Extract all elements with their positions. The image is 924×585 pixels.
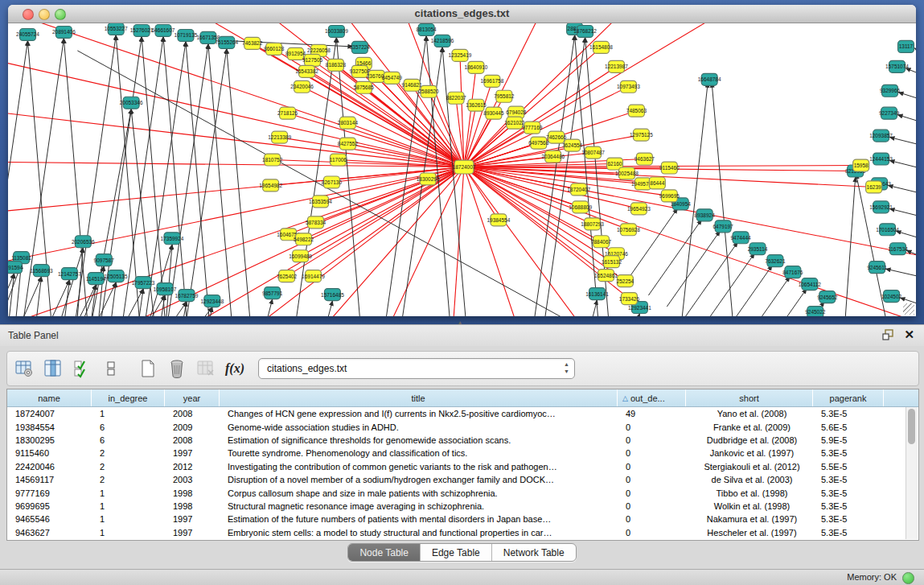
graph-node-label: 10756928 bbox=[617, 227, 640, 233]
graph-node-label: 7632621 bbox=[765, 258, 786, 264]
column-header-name[interactable]: name bbox=[7, 389, 92, 406]
table-row[interactable]: 911546021997Tourette syndrome. Phenomeno… bbox=[7, 447, 918, 459]
memory-ok-icon bbox=[902, 572, 914, 584]
graph-node-label: 9329966 bbox=[880, 88, 901, 93]
graph-node-label: 12142757 bbox=[58, 271, 81, 277]
tab-node-table[interactable]: Node Table bbox=[348, 544, 421, 561]
graph-node-label: 62160 bbox=[607, 161, 622, 167]
row-height-icon[interactable] bbox=[99, 356, 123, 381]
column-header-out_de[interactable]: △out_de... bbox=[618, 389, 686, 406]
graph-node-label: 9474444 bbox=[730, 235, 751, 241]
table-row[interactable]: 946362711997Embryonic stem cells: a mode… bbox=[7, 526, 918, 539]
table-selector-dropdown[interactable]: citations_edges.txt ▲▼ bbox=[258, 358, 575, 379]
table-toolbar: f(x) citations_edges.txt ▲▼ bbox=[6, 351, 919, 386]
graph-node-label: 10025488 bbox=[615, 171, 639, 176]
column-header-pagerank[interactable]: pagerank bbox=[813, 389, 884, 406]
graph-node-label: 12213389 bbox=[268, 134, 291, 140]
graph-node-label: 8660128 bbox=[264, 46, 285, 51]
graph-node-label: 8912954 bbox=[285, 51, 306, 56]
float-panel-icon[interactable] bbox=[882, 329, 894, 340]
tab-edge-table[interactable]: Edge Table bbox=[421, 544, 492, 561]
graph-node-label: 15276021 bbox=[130, 27, 154, 33]
show-column-icon[interactable] bbox=[41, 356, 65, 381]
table-cell: 2 bbox=[92, 475, 165, 484]
table-cell: 1997 bbox=[165, 448, 220, 458]
table-row[interactable]: 1938455462009Genome-wide association stu… bbox=[7, 420, 918, 433]
graph-node-label: 16099489 bbox=[289, 253, 312, 259]
graph-node-label: 7625402 bbox=[277, 274, 298, 279]
table-row[interactable]: 1456911722003Disruption of a novel membe… bbox=[7, 473, 918, 486]
table-cell: 0 bbox=[618, 488, 686, 498]
tab-network-table[interactable]: Network Table bbox=[492, 544, 576, 561]
table-cell: Investigating the contribution of common… bbox=[220, 462, 618, 472]
graph-node-label: 17016504 bbox=[876, 227, 899, 233]
table-settings-icon[interactable] bbox=[12, 356, 36, 381]
graph-node-label: 15958 bbox=[854, 163, 869, 168]
graph-node-label: 1810752 bbox=[262, 157, 283, 163]
graph-node-label: 9127505 bbox=[302, 57, 323, 63]
graph-node-label: 8357224 bbox=[350, 44, 371, 50]
table-cell: Changes of HCN gene expression and I(f) … bbox=[220, 409, 618, 418]
graph-node-label: 16648784 bbox=[698, 76, 721, 82]
graph-node-label: 6497568 bbox=[528, 140, 549, 146]
graph-node-label: 9097587 bbox=[94, 257, 115, 263]
table-cell: Hescheler et al. (1997) bbox=[686, 528, 813, 538]
table-row[interactable]: 1830029562008Estimation of significance … bbox=[7, 434, 918, 447]
vertical-scrollbar[interactable] bbox=[906, 407, 918, 539]
table-cell: Yano et al. (2008) bbox=[686, 409, 813, 418]
table-row[interactable]: 946554611997Estimation of the future num… bbox=[7, 513, 918, 525]
column-header-in_degree[interactable]: in_degree bbox=[92, 389, 165, 406]
table-row[interactable]: 977716911998Corpus callosum shape and si… bbox=[7, 486, 918, 499]
column-header-title[interactable]: title bbox=[220, 389, 618, 406]
graph-node-label: 8938924 bbox=[695, 212, 716, 218]
graph-node-label: 10688809 bbox=[569, 204, 592, 210]
graph-node-label: 9115460 bbox=[659, 165, 680, 171]
table-header-row[interactable]: namein_degreeyeartitle△out_de...shortpag… bbox=[7, 389, 918, 407]
delete-table-icon[interactable] bbox=[165, 356, 189, 381]
table-panel-header: ▴ Table Panel ✕ bbox=[0, 324, 924, 348]
graph-node-label: 9699695 bbox=[659, 193, 680, 199]
table-cell: 1 bbox=[92, 501, 165, 511]
table-cell: Embryonic stem cells: a model to study s… bbox=[220, 528, 618, 538]
table-cell: Genome-wide association studies in ADHD. bbox=[220, 422, 618, 432]
graph-node-label: 64661607 bbox=[152, 27, 175, 33]
new-table-icon[interactable] bbox=[136, 356, 160, 381]
resize-grip-icon[interactable] bbox=[903, 303, 914, 315]
table-body[interactable]: 1872400712008Changes of HCN gene express… bbox=[7, 407, 918, 539]
close-panel-icon[interactable]: ✕ bbox=[904, 328, 914, 341]
graph-node-label: 1167534 bbox=[888, 246, 908, 252]
graph-node-label: 15692921 bbox=[869, 204, 893, 210]
network-window-titlebar[interactable]: citations_edges.txt bbox=[8, 5, 916, 23]
table-cell: Corpus callosum shape and size in male p… bbox=[220, 488, 618, 498]
graph-node-label: 252254 bbox=[617, 278, 634, 284]
table-cell: Estimation of the future numbers of pati… bbox=[220, 514, 618, 524]
column-header-short[interactable]: short bbox=[686, 389, 813, 406]
graph-node-label: 16782759 bbox=[175, 293, 199, 299]
column-header-year[interactable]: year bbox=[165, 389, 220, 406]
table-cell: 18300295 bbox=[7, 435, 92, 445]
table-cell: 0 bbox=[618, 435, 686, 445]
table-row[interactable]: 1872400712008Changes of HCN gene express… bbox=[7, 407, 918, 420]
split-handle-icon[interactable]: ▴ bbox=[458, 320, 466, 324]
network-canvas[interactable]: 1872400724055724208914061055322715276021… bbox=[8, 23, 916, 316]
graph-node-label: 7955812 bbox=[494, 93, 515, 99]
select-rows-icon[interactable] bbox=[70, 356, 94, 381]
table-cell: 5.6E-5 bbox=[813, 422, 884, 432]
scrollbar-thumb[interactable] bbox=[908, 409, 915, 444]
graph-node-label: 18768212 bbox=[573, 28, 597, 34]
table-tabs-bar: Node TableEdge TableNetwork Table bbox=[0, 542, 924, 563]
graph-node-label: 12325419 bbox=[449, 52, 472, 58]
graph-node-label: 8267130 bbox=[322, 179, 343, 185]
table-cell: 5.3E-5 bbox=[813, 488, 884, 498]
graph-node-label: 16914479 bbox=[302, 274, 325, 279]
graph-node-label: 7462666 bbox=[546, 134, 567, 140]
graph-node-label: 9245652 bbox=[817, 295, 838, 300]
graph-node-label: 10807487 bbox=[581, 150, 605, 155]
function-builder-icon[interactable]: f(x) bbox=[223, 356, 247, 381]
table-cell: 5.9E-5 bbox=[813, 435, 884, 445]
graph-node-label: 8813054 bbox=[417, 27, 437, 32]
table-row[interactable]: 2242004622012Investigating the contribut… bbox=[7, 460, 918, 473]
table-row[interactable]: 969969511998Structural magnetic resonanc… bbox=[7, 500, 918, 513]
graph-node-label: 86444 bbox=[650, 180, 664, 186]
graph-node-label: 2588520 bbox=[419, 89, 440, 94]
